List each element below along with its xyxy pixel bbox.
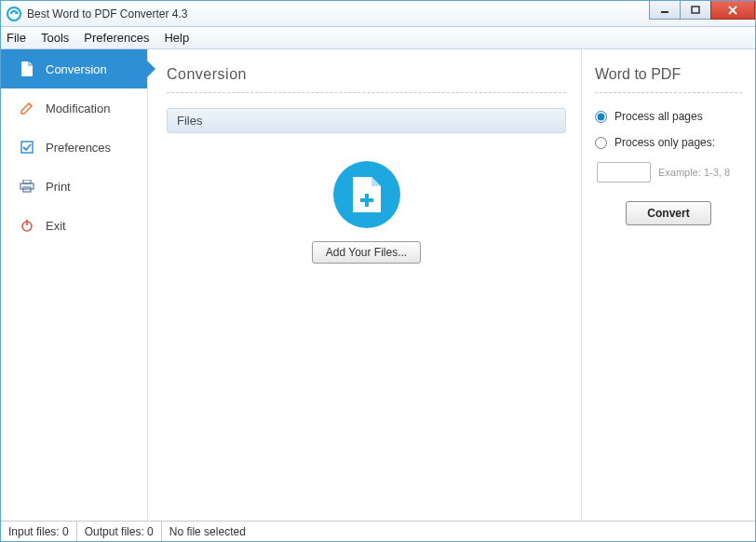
main-area: Conversion Modification Preferences Prin… [1,49,755,521]
panel-heading: Conversion [167,66,566,93]
sidebar-item-label: Preferences [46,141,111,155]
pencil-icon [20,101,34,115]
status-output-files: Output files: 0 [77,522,162,541]
sidebar-item-exit[interactable]: Exit [1,206,147,245]
right-heading: Word to PDF [595,66,742,93]
sidebar-item-label: Modification [46,102,110,115]
menu-file[interactable]: File [7,31,26,45]
add-files-button[interactable]: Add Your Files... [312,241,421,264]
svg-rect-2 [661,11,668,13]
sidebar: Conversion Modification Preferences Prin… [1,49,148,521]
titlebar: Best Word to PDF Converter 4.3 [1,1,755,27]
svg-rect-3 [692,7,699,13]
menu-preferences[interactable]: Preferences [84,31,149,45]
radio-only-label: Process only pages: [614,136,715,149]
radio-all-label: Process all pages [614,110,703,123]
sidebar-item-label: Conversion [46,62,107,76]
power-icon [20,218,34,233]
sidebar-item-print[interactable]: Print [1,167,147,206]
menu-tools[interactable]: Tools [41,31,69,45]
sidebar-item-label: Exit [46,219,66,233]
radio-all-input[interactable] [595,111,607,123]
conversion-icon [20,61,34,76]
window-controls [650,1,755,26]
printer-icon [20,179,34,194]
sidebar-item-modification[interactable]: Modification [1,88,147,128]
minimize-button[interactable] [649,1,681,20]
center-panel: Conversion Files Add Your Files... [148,49,582,521]
sidebar-item-conversion[interactable]: Conversion [1,49,147,88]
status-input-files: Input files: 0 [1,522,77,541]
radio-all-pages[interactable]: Process all pages [595,110,742,123]
convert-button[interactable]: Convert [626,201,710,225]
pages-row: Example: 1-3, 8 [597,162,742,183]
window-title: Best Word to PDF Converter 4.3 [27,7,188,20]
maximize-button[interactable] [680,1,711,20]
pages-input[interactable] [597,162,651,183]
statusbar: Input files: 0 Output files: 0 No file s… [1,521,755,541]
menubar: File Tools Preferences Help [1,27,755,49]
svg-rect-5 [23,180,31,183]
pages-example: Example: 1-3, 8 [658,167,730,178]
sidebar-item-label: Print [46,180,71,194]
menu-help[interactable]: Help [164,31,189,45]
sidebar-item-preferences[interactable]: Preferences [1,128,147,167]
add-file-icon [333,161,400,228]
radio-only-pages[interactable]: Process only pages: [595,136,742,149]
right-panel: Word to PDF Process all pages Process on… [582,49,755,521]
close-button[interactable] [710,1,755,20]
checkbox-icon [20,140,34,155]
status-selection: No file selected [162,522,755,541]
files-header: Files [167,108,566,133]
drop-zone: Add Your Files... [167,133,566,264]
svg-rect-6 [20,183,34,189]
app-icon [7,7,21,21]
radio-only-input[interactable] [595,137,607,149]
svg-rect-4 [21,142,33,153]
